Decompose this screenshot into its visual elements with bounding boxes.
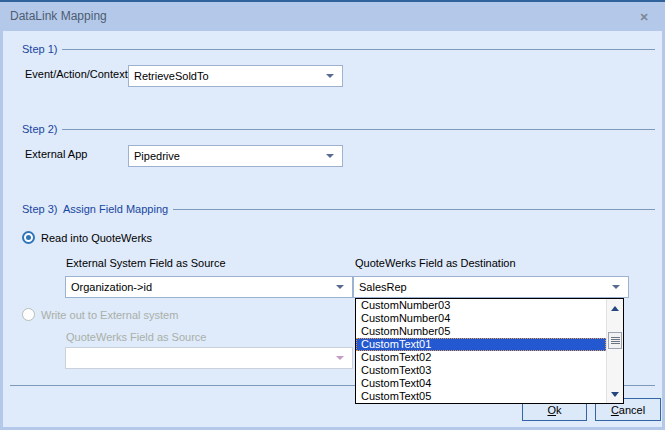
write-out-radio xyxy=(22,308,35,321)
write-out-label: Write out to External system xyxy=(41,309,178,321)
list-item[interactable]: CustomNumber03 xyxy=(356,299,606,312)
event-action-context-label: Event/Action/Context xyxy=(25,68,128,80)
list-item[interactable]: CustomNumber05 xyxy=(356,325,606,338)
scroll-up-icon[interactable] xyxy=(607,300,623,316)
external-app-label: External App xyxy=(25,148,87,160)
external-app-value: Pipedrive xyxy=(129,150,326,162)
step3-legend-label: Step 3) Assign Field Mapping xyxy=(22,203,173,215)
cancel-button-label: Cancel xyxy=(611,404,645,416)
destination-combobox[interactable]: SalesRep xyxy=(353,276,629,298)
read-into-quotewerks-label[interactable]: Read into QuoteWerks xyxy=(41,232,152,244)
step3-group-legend: Step 3) Assign Field Mapping xyxy=(22,203,655,215)
chevron-down-icon xyxy=(336,356,344,360)
list-item[interactable]: CustomText02 xyxy=(356,351,606,364)
quotewerks-source-field-label: QuoteWerks Field as Source xyxy=(66,331,206,343)
destination-dropdown-list: CustomNumber03CustomNumber04CustomNumber… xyxy=(355,298,624,404)
datalink-mapping-dialog: DataLink Mapping ✕ Step 1) Event/Action/… xyxy=(0,0,665,430)
step1-legend-label: Step 1) xyxy=(22,43,62,55)
list-item[interactable]: CustomText05 xyxy=(356,390,606,403)
group-line xyxy=(62,129,655,130)
group-line xyxy=(173,209,655,210)
dialog-title: DataLink Mapping xyxy=(10,2,107,31)
external-app-combobox[interactable]: Pipedrive xyxy=(128,145,343,167)
group-line xyxy=(62,49,655,50)
step1-group-legend: Step 1) xyxy=(22,43,655,55)
external-source-value: Organization->id xyxy=(66,281,336,293)
thumb-grip-icon xyxy=(611,337,620,344)
event-action-context-combobox[interactable]: RetrieveSoldTo xyxy=(128,65,343,87)
close-icon[interactable]: ✕ xyxy=(636,9,652,25)
read-into-quotewerks-radio[interactable] xyxy=(22,231,35,244)
destination-value: SalesRep xyxy=(354,281,612,293)
quotewerks-source-combobox xyxy=(65,347,353,369)
list-item[interactable]: CustomText03 xyxy=(356,364,606,377)
chevron-down-icon[interactable] xyxy=(326,154,334,158)
dropdown-items: CustomNumber03CustomNumber04CustomNumber… xyxy=(356,299,606,403)
external-source-combobox[interactable]: Organization->id xyxy=(65,276,353,298)
scroll-down-icon[interactable] xyxy=(607,386,623,402)
radio-dot xyxy=(26,235,31,240)
external-source-field-label: External System Field as Source xyxy=(66,257,226,269)
dropdown-scrollbar[interactable] xyxy=(606,299,623,403)
list-item[interactable]: CustomNumber04 xyxy=(356,312,606,325)
step2-legend-label: Step 2) xyxy=(22,123,62,135)
event-action-context-value: RetrieveSoldTo xyxy=(129,70,326,82)
scrollbar-thumb[interactable] xyxy=(608,332,622,349)
destination-field-label: QuoteWerks Field as Destination xyxy=(355,257,516,269)
chevron-down-icon[interactable] xyxy=(612,285,620,289)
list-item[interactable]: CustomText04 xyxy=(356,377,606,390)
titlebar: DataLink Mapping ✕ xyxy=(0,0,665,31)
step2-group-legend: Step 2) xyxy=(22,123,655,135)
ok-button-label: Ok xyxy=(547,404,561,416)
chevron-down-icon[interactable] xyxy=(336,285,344,289)
chevron-down-icon[interactable] xyxy=(326,74,334,78)
list-item[interactable]: CustomText01 xyxy=(356,338,606,351)
